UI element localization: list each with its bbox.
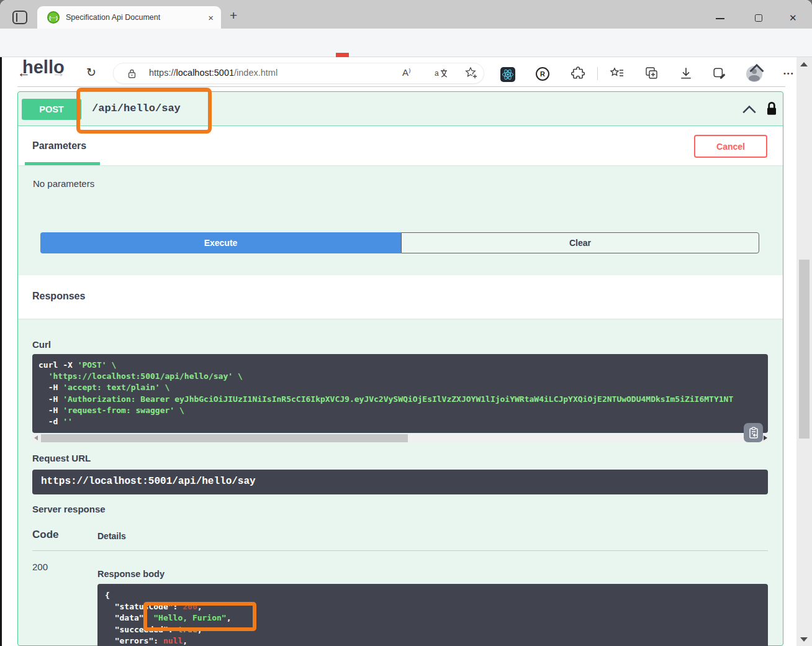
http-method-badge: POST <box>22 99 81 120</box>
favorites-list-icon[interactable] <box>610 67 625 80</box>
add-favorite-star-icon[interactable] <box>464 66 478 80</box>
request-url-block: https://localhost:5001/api/hello/say <box>32 470 768 494</box>
downloads-icon[interactable] <box>679 66 693 80</box>
site-lock-icon[interactable] <box>127 68 137 79</box>
section-divider <box>17 86 785 87</box>
cancel-button[interactable]: Cancel <box>694 135 767 158</box>
request-url-value: https://localhost:5001/api/hello/say <box>41 476 256 487</box>
url-text[interactable]: https://localhost:5001/index.html <box>149 68 277 78</box>
authorization-lock-icon[interactable] <box>765 100 778 117</box>
curl-label: Curl <box>32 339 51 350</box>
title-bar: {···} Specification Api Document × + ✕ <box>0 0 812 29</box>
responses-section-header <box>18 275 783 319</box>
url-path: /index.html <box>234 68 277 78</box>
clipboard-icon <box>748 427 759 439</box>
operation-collapse-chevron-icon[interactable] <box>741 104 757 114</box>
curl-code-block[interactable]: curl -X 'POST' \ 'https://localhost:5001… <box>32 354 768 433</box>
collections-icon[interactable] <box>644 66 658 80</box>
url-scheme: https:// <box>149 68 176 78</box>
redux-devtools-extension-icon[interactable]: R <box>536 67 549 81</box>
server-response-label: Server response <box>32 504 106 514</box>
browser-window: {···} Specification Api Document × + ✕ ←… <box>0 0 812 646</box>
svg-text:a: a <box>435 69 439 78</box>
copy-to-clipboard-button[interactable] <box>744 423 763 442</box>
tab-close-icon[interactable]: × <box>208 12 214 23</box>
translate-icon[interactable]: a <box>435 68 448 79</box>
clipped-red-element <box>336 53 349 57</box>
browser-tab[interactable]: {···} Specification Api Document × <box>37 6 221 29</box>
tab-actions-icon[interactable] <box>12 11 27 24</box>
browser-toolbar: ← → ↻ https://localhost:5001/index.html … <box>0 29 812 57</box>
read-aloud-icon[interactable]: A⁾ <box>402 67 411 78</box>
endpoint-path[interactable]: /api/hello/say <box>92 102 181 114</box>
response-body-label: Response body <box>97 569 165 579</box>
responses-title: Responses <box>32 291 85 302</box>
hscroll-right-arrow-icon[interactable] <box>764 435 767 440</box>
response-table-divider <box>32 550 768 551</box>
tab-actions-pane-line <box>16 13 17 22</box>
avatar-body <box>749 75 760 81</box>
page-scrollbar-thumb[interactable] <box>799 260 810 439</box>
status-code-value: 200 <box>32 562 48 572</box>
react-devtools-extension-icon[interactable] <box>500 67 515 82</box>
no-parameters-text: No parameters <box>33 178 94 189</box>
scroll-down-arrow-icon[interactable] <box>800 637 808 642</box>
extensions-puzzle-icon[interactable] <box>571 66 585 80</box>
execute-button[interactable]: Execute <box>40 232 401 253</box>
api-tag-heading[interactable]: hello <box>22 57 65 78</box>
toolbar-divider <box>597 67 598 80</box>
tag-collapse-chevron-icon[interactable] <box>748 63 765 73</box>
window-close-button[interactable]: ✕ <box>789 12 797 24</box>
code-column-header: Code <box>32 529 59 541</box>
window-minimize-button[interactable] <box>716 18 724 19</box>
refresh-button[interactable]: ↻ <box>86 65 96 81</box>
web-capture-icon[interactable] <box>713 66 726 80</box>
hscroll-left-arrow-icon[interactable] <box>34 435 38 440</box>
curl-hscrollbar-thumb[interactable] <box>41 434 408 442</box>
redux-letter: R <box>540 70 545 78</box>
window-maximize-button[interactable] <box>755 14 762 22</box>
window-left-border <box>0 57 2 646</box>
response-body-block[interactable]: { "statusCode": 200, "data": "Hello, Fur… <box>97 584 768 646</box>
swagger-favicon-icon: {···} <box>47 11 60 24</box>
tab-title: Specification Api Document <box>66 13 203 22</box>
clear-button[interactable]: Clear <box>401 232 759 253</box>
details-column-header: Details <box>97 531 126 541</box>
new-tab-button[interactable]: + <box>230 8 237 23</box>
toolbar-divider-line <box>0 57 812 57</box>
tab-parameters[interactable]: Parameters <box>32 140 86 152</box>
url-host: localhost:5001 <box>176 68 235 78</box>
active-tab-underline <box>25 162 100 165</box>
settings-menu-button[interactable]: ••• <box>783 70 795 77</box>
request-url-label: Request URL <box>32 453 91 463</box>
scroll-up-arrow-icon[interactable] <box>800 62 808 66</box>
react-atom-icon <box>502 68 514 81</box>
parameters-section-header <box>18 126 783 165</box>
